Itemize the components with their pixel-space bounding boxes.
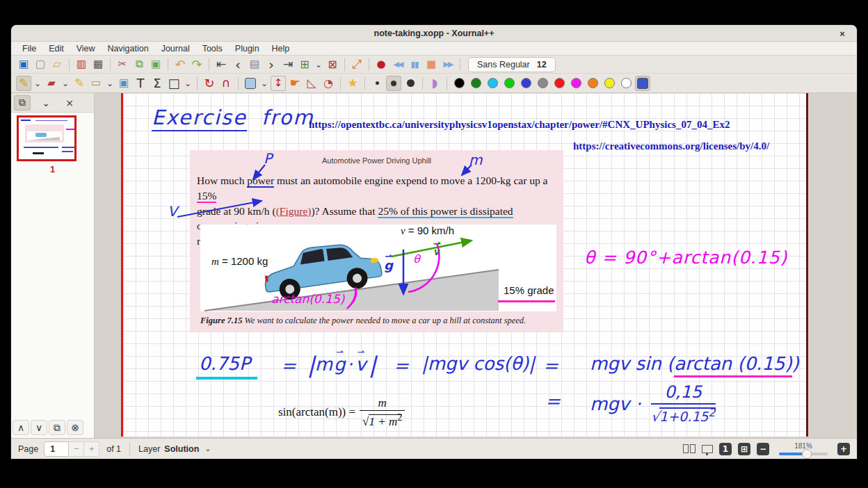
pen-tool-button[interactable]: ✎ [16, 76, 31, 91]
compass-button[interactable]: ◔ [321, 76, 336, 91]
paste-button[interactable]: ▣ [148, 57, 163, 72]
tape-dropdown[interactable]: ⌄ [105, 76, 115, 91]
color-magenta-button[interactable] [568, 76, 584, 91]
thickness-medium-button[interactable] [386, 76, 401, 91]
record-button[interactable]: ● [373, 57, 389, 72]
add-page-dropdown[interactable]: ⌄ [314, 57, 323, 72]
fill-tool-button[interactable]: ◗ [427, 76, 442, 91]
page-increment-button[interactable]: + [84, 441, 99, 457]
goto-page-button[interactable]: ▤ [247, 57, 262, 72]
shape-dropdown[interactable]: ⌄ [183, 76, 193, 91]
zoom-slider-knob[interactable] [802, 449, 812, 459]
rotation-snap-button[interactable]: ↻ [202, 76, 217, 91]
color-chooser-button[interactable] [635, 76, 650, 91]
redo-button[interactable]: ↷ [189, 57, 204, 72]
page-decrement-button[interactable]: − [69, 441, 84, 457]
math-tex-button[interactable]: Σ [150, 76, 165, 91]
sidebar-pages-tab[interactable]: ⧉ [14, 95, 31, 111]
zoom-in-button[interactable]: + [837, 443, 850, 455]
duplicate-page-button[interactable]: ⧉ [49, 420, 65, 435]
title-bar[interactable]: note-taking.xopp - Xournal++ × [11, 25, 857, 42]
zoom-out-button[interactable]: − [757, 443, 769, 455]
dual-page-view-button[interactable] [683, 444, 696, 453]
color-black-button[interactable] [451, 76, 467, 91]
open-button[interactable]: ▱ [49, 57, 65, 72]
eraser-tool-button[interactable]: ▰ [44, 76, 59, 91]
close-window-button[interactable]: × [836, 27, 849, 40]
vertical-space-button[interactable]: ↕ [271, 76, 286, 91]
highlighter-tool-button[interactable]: ✎ [72, 76, 87, 91]
pen-dropdown[interactable]: ⌄ [33, 76, 42, 91]
shape-tool-button[interactable]: □ [166, 76, 182, 91]
menu-edit[interactable]: Edit [43, 42, 70, 55]
menu-tools[interactable]: Tools [197, 42, 228, 55]
color-darkgreen-button[interactable] [468, 76, 483, 91]
presentation-mode-button[interactable] [702, 445, 713, 453]
pause-button[interactable]: ▮▮ [407, 57, 422, 72]
layer-selector[interactable]: Solution [164, 444, 199, 454]
zoom-slider[interactable] [779, 453, 828, 455]
thickness-fine-button[interactable] [369, 76, 385, 91]
sidebar-collapse-button[interactable]: ⌄ [38, 95, 54, 111]
font-button[interactable]: Sans Regular 12 [468, 57, 556, 72]
close-preview-button[interactable]: ⊗ [67, 420, 83, 435]
setsquare-button[interactable]: ◺ [304, 76, 319, 91]
color-green-button[interactable] [501, 76, 517, 91]
color-red-button[interactable] [552, 76, 567, 91]
undo-button[interactable]: ↶ [172, 57, 188, 72]
figure-link[interactable]: (Figure) [276, 205, 312, 217]
first-page-button[interactable]: ⇤ [214, 57, 229, 72]
sidebar-close-button[interactable]: × [61, 95, 78, 111]
stop-button[interactable]: ■ [424, 57, 439, 72]
new-document-button[interactable]: ▢ [33, 57, 48, 72]
text-tool-button[interactable]: T [133, 76, 148, 91]
previous-page-button[interactable]: ‹ [230, 57, 246, 72]
zoom-fit-button[interactable]: ⊞ [738, 443, 750, 455]
default-tool-button[interactable]: ★ [345, 76, 360, 91]
layer-chevron-icon[interactable]: ⌄ [204, 444, 211, 453]
color-blue-button[interactable] [518, 76, 533, 91]
print-button[interactable]: ▦ [90, 57, 106, 72]
insert-image-button[interactable]: ▣ [116, 76, 131, 91]
color-orange-button[interactable] [585, 76, 600, 91]
grid-snap-button[interactable]: ∩ [218, 76, 234, 91]
thumbnail-up-button[interactable]: ∧ [13, 420, 29, 435]
menu-journal[interactable]: Journal [156, 42, 195, 55]
eraser-dropdown[interactable]: ⌄ [61, 76, 70, 91]
canvas[interactable]: Exercise from https://opentextbc.ca/univ… [95, 93, 857, 438]
color-gray-button[interactable] [535, 76, 550, 91]
select-rect-button[interactable] [243, 76, 258, 91]
color-yellow-button[interactable] [602, 76, 617, 91]
thumbnail-down-button[interactable]: ∨ [31, 420, 47, 435]
forward-button[interactable]: ▶▶ [440, 57, 456, 72]
menu-file[interactable]: File [17, 42, 42, 55]
tape-measure-button[interactable]: ▭ [88, 76, 104, 91]
copy-button[interactable]: ⧉ [131, 57, 147, 72]
export-pdf-button[interactable]: ▥ [74, 57, 89, 72]
thickness-thick-button[interactable] [403, 76, 418, 91]
color-lightblue-button[interactable] [485, 76, 500, 91]
fullscreen-button[interactable]: ⤢ [349, 57, 364, 72]
color-white-button[interactable] [618, 76, 634, 91]
page-number-input[interactable]: 1 [44, 441, 69, 457]
menu-help[interactable]: Help [266, 42, 296, 55]
selection-rect-icon [245, 78, 256, 89]
zoom-100-button[interactable]: 1 [719, 443, 732, 455]
add-page-button[interactable]: ⊞ [297, 57, 312, 72]
vertical-space-icon: ↕ [274, 78, 283, 88]
select-dropdown[interactable]: ⌄ [259, 76, 269, 91]
source-url-text[interactable]: https://opentextbc.ca/universityphysicsv… [309, 119, 730, 131]
menu-navigation[interactable]: Navigation [102, 42, 154, 55]
license-url-text[interactable]: https://creativecommons.org/licenses/by/… [573, 140, 769, 152]
cut-button[interactable]: ✂ [115, 57, 130, 72]
chevron-down-icon: ⌄ [42, 97, 50, 108]
rewind-button[interactable]: ◀◀ [390, 57, 405, 72]
menu-plugin[interactable]: Plugin [230, 42, 265, 55]
save-button[interactable]: ▣ [16, 57, 31, 72]
menu-view[interactable]: View [71, 42, 101, 55]
page-thumbnail[interactable] [17, 115, 77, 161]
hand-tool-button[interactable]: ☛ [287, 76, 303, 91]
delete-page-button[interactable]: ⊠ [325, 57, 340, 72]
last-page-button[interactable]: ⇥ [280, 57, 296, 72]
next-page-button[interactable]: › [264, 57, 279, 72]
